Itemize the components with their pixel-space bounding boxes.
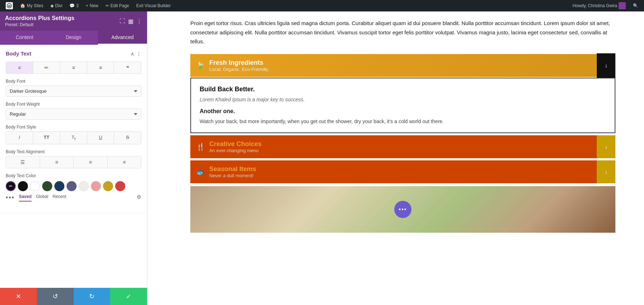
color-swatch-black[interactable] bbox=[18, 181, 28, 191]
color-swatch-cream[interactable] bbox=[79, 181, 89, 191]
color-picker-btn[interactable]: ✏ bbox=[6, 181, 16, 191]
admin-bar-right: Howdy, Christina Gwira 🔍 bbox=[570, 2, 641, 9]
font-style-row: I TT Tf U S bbox=[6, 131, 141, 144]
underline-btn[interactable]: U bbox=[87, 132, 114, 144]
sidebar-preset: Preset: Default bbox=[5, 22, 74, 27]
more-icon[interactable]: ⋮ bbox=[136, 18, 142, 25]
sidebar-title: Accordions Plus Settings bbox=[5, 15, 74, 21]
accordion-fresh-toggle[interactable]: ↓ bbox=[597, 53, 615, 78]
color-swatch-dark-green[interactable] bbox=[42, 181, 52, 191]
expand-icon[interactable]: ⛶ bbox=[119, 18, 125, 24]
color-swatch-dark-blue[interactable] bbox=[54, 181, 64, 191]
accordion-creative-header[interactable]: 🍴 Creative Choices An ever-changing menu… bbox=[190, 135, 615, 158]
new-item[interactable]: + New bbox=[83, 0, 101, 11]
columns-icon[interactable]: ▦ bbox=[128, 18, 133, 25]
floating-menu-dots: ••• bbox=[399, 206, 407, 213]
color-swatch-white[interactable] bbox=[30, 181, 40, 191]
sidebar-header-icons: ⛶ ▦ ⋮ bbox=[119, 18, 142, 25]
accordion-seasonal-text: Seasonal Items Never a dull moment! bbox=[209, 165, 256, 178]
sidebar: Accordions Plus Settings Preset: Default… bbox=[0, 11, 147, 305]
collapse-icon[interactable]: ∧ bbox=[131, 51, 134, 57]
body-font-weight-group: Body Font Weight Regular bbox=[6, 102, 141, 120]
uppercase-btn[interactable]: TT bbox=[33, 132, 60, 144]
accordion-body-title: Build Back Better. bbox=[200, 86, 606, 93]
text-center-btn[interactable]: ≡ bbox=[40, 156, 74, 168]
tab-design[interactable]: Design bbox=[49, 31, 98, 45]
comment-icon: 💬 bbox=[69, 3, 75, 8]
search-item[interactable]: 🔍 bbox=[630, 3, 641, 8]
text-format-row: ≡ ✏ ≡ ≡ ❝ bbox=[6, 62, 141, 74]
accordion-seasonal-toggle[interactable]: ↓ bbox=[597, 160, 615, 183]
body-font-weight-select[interactable]: Regular bbox=[6, 108, 141, 120]
accordion-seasonal-title: Seasonal Items bbox=[209, 165, 256, 173]
body-text-color-label: Body Text Color bbox=[6, 173, 141, 178]
color-swatch-red[interactable] bbox=[115, 181, 125, 191]
color-swatch-lavender[interactable] bbox=[67, 181, 77, 191]
accordion-creative-toggle[interactable]: ↓ bbox=[597, 135, 615, 158]
text-alignment-row: ☰ ≡ ≡ ≡ bbox=[6, 156, 141, 168]
color-swatch-rose[interactable] bbox=[91, 181, 101, 191]
section-header: Body Text ∧ ⋮ bbox=[6, 50, 141, 57]
text-left-btn[interactable]: ☰ bbox=[6, 156, 40, 168]
options-icon[interactable]: ⋮ bbox=[136, 51, 141, 57]
sidebar-header: Accordions Plus Settings Preset: Default… bbox=[0, 11, 147, 31]
comments-item[interactable]: 💬 3 bbox=[67, 0, 82, 11]
tab-content[interactable]: Content bbox=[0, 31, 49, 45]
color-tab-recent[interactable]: Recent bbox=[53, 194, 66, 202]
body-text-color-group: Body Text Color ✏ ••• bbox=[6, 173, 141, 202]
capitalize-btn[interactable]: Tf bbox=[60, 132, 87, 144]
sidebar-tabs: Content Design Advanced bbox=[0, 31, 147, 45]
link-btn[interactable]: ✏ bbox=[33, 62, 60, 73]
body-text-alignment-group: Body Text Alignment ☰ ≡ ≡ ≡ bbox=[6, 149, 141, 168]
exit-visual-builder-item[interactable]: Exit Visual Builder bbox=[133, 0, 174, 11]
accordion-fresh-subtitle: Local. Organic. Eco-Friendly. bbox=[209, 67, 269, 72]
strikethrough-btn[interactable]: S bbox=[114, 132, 141, 144]
user-greeting[interactable]: Howdy, Christina Gwira bbox=[570, 2, 629, 9]
color-tab-global[interactable]: Global bbox=[36, 194, 48, 202]
more-colors-btn[interactable]: ••• bbox=[6, 194, 15, 202]
align-left-btn[interactable]: ≡ bbox=[6, 62, 33, 73]
wp-logo-item[interactable]: W bbox=[3, 0, 16, 11]
color-tabs-row: ••• Saved Global Recent ⚙ bbox=[6, 194, 141, 202]
user-avatar bbox=[619, 2, 626, 9]
color-settings-icon[interactable]: ⚙ bbox=[137, 194, 141, 202]
accordion-creative-subtitle: An ever-changing menu bbox=[209, 148, 262, 153]
floating-menu-btn[interactable]: ••• bbox=[394, 201, 411, 218]
body-font-style-label: Body Font Style bbox=[6, 125, 141, 130]
color-tab-saved[interactable]: Saved bbox=[19, 194, 31, 202]
body-font-group: Body Font Darker Grotesque bbox=[6, 79, 141, 97]
edit-page-item[interactable]: ✏ Edit Page bbox=[103, 0, 132, 11]
admin-bar: W 🏠 My Sites ◆ Divi 💬 3 + New ✏ Edit Pag… bbox=[0, 0, 644, 11]
leaf-icon: 🍃 bbox=[196, 61, 205, 70]
quote-btn[interactable]: ❝ bbox=[114, 62, 141, 73]
tab-advanced[interactable]: Advanced bbox=[98, 31, 147, 45]
text-justify-btn[interactable]: ≡ bbox=[108, 156, 141, 168]
my-sites-item[interactable]: 🏠 My Sites bbox=[17, 0, 46, 11]
intro-text: Proin eget tortor risus. Cras ultricies … bbox=[147, 11, 644, 53]
accordion-fresh-header-content: 🍃 Fresh Ingredients Local. Organic. Eco-… bbox=[190, 54, 597, 77]
accordion-seasonal: 🐟 Seasonal Items Never a dull moment! ↓ bbox=[190, 160, 615, 183]
accordion-body-heading2: Another one. bbox=[200, 108, 606, 115]
cancel-button[interactable]: ✕ bbox=[0, 288, 37, 305]
italic-btn[interactable]: I bbox=[6, 132, 33, 144]
align-center-btn[interactable]: ≡ bbox=[60, 62, 87, 73]
accordion-seasonal-header[interactable]: 🐟 Seasonal Items Never a dull moment! ↓ bbox=[190, 160, 615, 183]
search-icon: 🔍 bbox=[633, 3, 638, 8]
accordion-fresh-header[interactable]: 🍃 Fresh Ingredients Local. Organic. Eco-… bbox=[190, 53, 615, 78]
accordion-seasonal-header-content: 🐟 Seasonal Items Never a dull moment! bbox=[190, 160, 597, 183]
sidebar-content: Body Text ∧ ⋮ ≡ ✏ ≡ ≡ ❝ Body Font bbox=[0, 45, 147, 288]
body-font-label: Body Font bbox=[6, 79, 141, 84]
text-right-btn[interactable]: ≡ bbox=[74, 156, 108, 168]
confirm-button[interactable]: ✓ bbox=[110, 288, 147, 305]
accordion-fresh-text: Fresh Ingredients Local. Organic. Eco-Fr… bbox=[209, 59, 269, 72]
align-right-btn[interactable]: ≡ bbox=[87, 62, 114, 73]
svg-text:W: W bbox=[8, 4, 11, 8]
accordion-creative-title: Creative Choices bbox=[209, 140, 262, 148]
divi-item[interactable]: ◆ Divi bbox=[48, 0, 65, 11]
redo-button[interactable]: ↻ bbox=[74, 288, 111, 305]
color-swatch-gold[interactable] bbox=[103, 181, 113, 191]
undo-button[interactable]: ↺ bbox=[37, 288, 74, 305]
accordion-seasonal-subtitle: Never a dull moment! bbox=[209, 173, 256, 178]
body-font-select[interactable]: Darker Grotesque bbox=[6, 86, 141, 97]
sidebar-header-info: Accordions Plus Settings Preset: Default bbox=[5, 15, 74, 27]
